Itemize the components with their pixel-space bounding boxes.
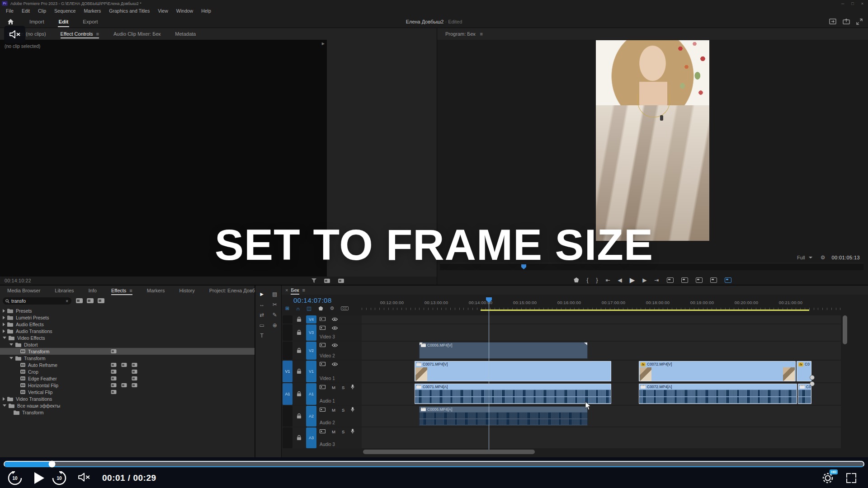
timeline-clip[interactable]: C0071.MP4[A] (415, 384, 611, 404)
effects-tab-media-browser[interactable]: Media Browser (7, 286, 40, 296)
sync-lock-icon[interactable] (320, 385, 326, 390)
effects-tree-row[interactable]: Edge Feather (0, 375, 255, 382)
voiceover-record-icon[interactable] (351, 385, 354, 390)
effects-tree-row[interactable]: Video Effects (0, 334, 255, 341)
rectangle-tool[interactable]: ▭ (259, 322, 264, 328)
quick-export-icon[interactable] (829, 19, 836, 24)
sync-lock-icon[interactable] (320, 317, 326, 322)
effects-tree-row[interactable]: Horizontal Flip (0, 382, 255, 389)
menu-view[interactable]: View (154, 8, 172, 14)
effects-tab-libraries[interactable]: Libraries (55, 286, 74, 296)
track-target-v3[interactable]: V3 (306, 324, 316, 341)
chevron-down-icon[interactable] (3, 404, 6, 407)
32bit-effects-badge[interactable] (87, 298, 94, 303)
lock-icon[interactable] (297, 315, 301, 324)
effects-tree-row[interactable]: Audio Transitions (0, 328, 255, 334)
mute-track-button[interactable]: M (332, 385, 335, 390)
effects-tree-row[interactable]: Video Transitions (0, 395, 255, 402)
razor-tool[interactable]: ✂ (273, 301, 277, 308)
ec-tab-metadata[interactable]: Metadata (175, 29, 196, 39)
solo-track-button[interactable]: S (342, 385, 344, 390)
go-to-in-icon[interactable]: ⇤ (605, 277, 610, 283)
chevron-right-icon[interactable] (3, 323, 5, 326)
keyframe-add-icon[interactable] (338, 278, 344, 282)
linked-selection-icon[interactable]: ◫ (307, 305, 311, 311)
maximize-icon[interactable]: □ (851, 1, 854, 6)
sequence-tab[interactable]: Бек (291, 286, 299, 295)
track-target-v1[interactable]: V1 (306, 361, 316, 382)
forward-10-button[interactable]: 10 (52, 470, 67, 486)
ec-tab-effect-controls[interactable]: Effect Controls≡ (61, 29, 99, 39)
effects-tree-row[interactable]: Crop (0, 368, 255, 375)
fullscreen-button[interactable] (846, 473, 856, 483)
sync-lock-icon[interactable] (320, 408, 326, 413)
effects-tree-row[interactable]: Vertical Flip (0, 389, 255, 395)
captions-icon[interactable]: CC (341, 306, 348, 310)
search-input[interactable]: transfo (9, 298, 66, 304)
go-to-out-icon[interactable]: ⇥ (655, 277, 659, 283)
lock-icon[interactable] (297, 412, 301, 420)
close-panel-icon[interactable]: × (285, 287, 288, 293)
filter-properties-icon[interactable] (311, 278, 316, 283)
chevron-down-icon[interactable] (9, 343, 13, 346)
track-lane-v4[interactable] (362, 315, 841, 324)
panel-menu-icon[interactable]: ≡ (129, 288, 132, 293)
effects-tree-row[interactable]: Lumetri Presets (0, 314, 255, 321)
mute-track-button[interactable]: M (332, 408, 335, 413)
effects-tab-effects[interactable]: Effects≡ (111, 286, 132, 296)
player-muted-indicator[interactable] (4, 26, 25, 43)
rewind-10-button[interactable]: 10 (7, 470, 23, 486)
effects-tree-row[interactable]: Transform (0, 409, 255, 416)
menu-sequence[interactable]: Sequence (50, 8, 80, 14)
player-progress-bar[interactable] (4, 461, 864, 467)
share-icon[interactable] (843, 19, 850, 24)
menu-window[interactable]: Window (172, 8, 197, 14)
lift-icon[interactable] (667, 277, 674, 283)
lock-icon[interactable] (297, 328, 301, 337)
track-target-a3[interactable]: A3 (306, 427, 316, 448)
mute-track-button[interactable]: M (332, 429, 335, 434)
timeline-ruler[interactable]: 00:12:00:0000:13:00:0000:14:00:0000:15:0… (362, 297, 841, 311)
panel-menu-icon[interactable]: ≡ (480, 31, 483, 37)
source-patch-a2[interactable] (283, 406, 292, 427)
workspace-tab-edit[interactable]: Edit (58, 16, 70, 27)
comparison-view-icon[interactable] (710, 277, 717, 283)
timeline-clip[interactable]: fxC0 (797, 361, 811, 381)
toggle-track-output-eye-icon[interactable] (332, 326, 338, 331)
lock-icon[interactable] (297, 347, 301, 355)
timeline-clip[interactable]: C0072.MP4[A] (639, 384, 797, 404)
timeline-panel-menu-icon[interactable]: ≡ (302, 287, 305, 293)
workspace-tab-import[interactable]: Import (28, 16, 45, 27)
solo-track-button[interactable]: S (342, 408, 344, 413)
add-marker-icon[interactable] (574, 277, 579, 282)
mark-in-icon[interactable]: { (586, 277, 588, 283)
source-patch-v1[interactable]: V1 (283, 361, 292, 382)
effects-tree-row[interactable]: Transform (0, 348, 255, 355)
voiceover-record-icon[interactable] (351, 407, 354, 413)
edit-point-handle[interactable] (810, 375, 815, 380)
timeline-clip[interactable]: fxC0072.MP4[V] (639, 361, 796, 381)
mute-button[interactable] (78, 472, 90, 484)
effects-tree-row[interactable]: Auto Reframe (0, 361, 255, 368)
track-lane-a3[interactable] (362, 427, 841, 448)
track-target-v4[interactable]: V4 (306, 315, 316, 324)
track-target-v2[interactable]: V2 (306, 342, 316, 360)
effects-tab-info[interactable]: Info (89, 286, 97, 296)
extract-icon[interactable] (681, 277, 688, 283)
track-target-a1[interactable]: A1 (306, 383, 316, 405)
selection-tool[interactable]: ► (259, 291, 264, 297)
toggle-track-output-eye-icon[interactable] (332, 343, 338, 348)
insert-sequence-icon[interactable]: ⊞ (285, 305, 289, 311)
mark-out-icon[interactable]: } (596, 277, 598, 283)
slip-tool[interactable]: ⇄ (259, 312, 264, 318)
panel-menu-icon[interactable]: ≡ (96, 31, 99, 37)
chevron-right-icon[interactable] (3, 397, 5, 401)
track-select-tool[interactable]: ▤ (272, 291, 277, 297)
effects-tree-row[interactable]: Presets (0, 307, 255, 314)
chevron-right-icon[interactable] (3, 316, 5, 319)
player-settings-button[interactable]: HD (821, 471, 835, 485)
close-icon[interactable]: × (861, 1, 863, 6)
add-marker-icon[interactable] (318, 306, 323, 311)
multicam-icon[interactable] (725, 277, 731, 283)
effects-tab-history[interactable]: History (179, 286, 195, 296)
